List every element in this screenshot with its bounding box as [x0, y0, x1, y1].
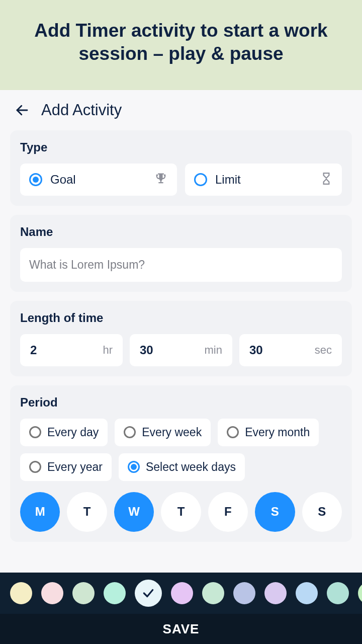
- type-option-limit[interactable]: Limit: [185, 164, 342, 196]
- save-button[interactable]: SAVE: [0, 614, 362, 644]
- weekday-thursday[interactable]: T: [161, 492, 201, 532]
- type-card: Type Goal Limit: [10, 130, 352, 206]
- hours-unit: hr: [103, 344, 113, 357]
- radio-goal-icon: [29, 173, 42, 186]
- minutes-input[interactable]: 30 min: [130, 334, 232, 366]
- color-swatch-3[interactable]: [104, 582, 126, 604]
- color-swatch-10[interactable]: [327, 582, 349, 604]
- weekday-wednesday[interactable]: W: [114, 492, 154, 532]
- period-year-label: Every year: [47, 460, 103, 474]
- weekday-tuesday[interactable]: T: [67, 492, 107, 532]
- color-swatch-2[interactable]: [72, 582, 95, 604]
- period-option-month[interactable]: Every month: [218, 419, 319, 446]
- period-week-label: Every week: [142, 426, 202, 439]
- minutes-unit: min: [205, 344, 222, 357]
- trophy-icon: [154, 172, 168, 188]
- color-picker: [0, 573, 362, 614]
- period-month-label: Every month: [245, 426, 310, 439]
- period-option-day[interactable]: Every day: [20, 419, 108, 446]
- promo-banner: Add Timer activity to start a work sessi…: [0, 0, 362, 90]
- period-option-select-days[interactable]: Select week days: [119, 453, 245, 481]
- seconds-input[interactable]: 30 sec: [239, 334, 342, 366]
- color-swatch-6[interactable]: [202, 582, 224, 604]
- radio-year-icon: [29, 461, 41, 473]
- period-option-week[interactable]: Every week: [115, 419, 211, 446]
- type-goal-label: Goal: [50, 173, 146, 187]
- color-swatch-4-selected[interactable]: [135, 580, 162, 607]
- name-label: Name: [20, 225, 342, 239]
- period-day-label: Every day: [47, 426, 99, 439]
- length-card: Length of time 2 hr 30 min 30 sec: [10, 301, 352, 376]
- period-option-year[interactable]: Every year: [20, 453, 112, 481]
- color-swatch-8[interactable]: [264, 582, 287, 604]
- name-card: Name: [10, 215, 352, 292]
- radio-select-icon: [128, 461, 140, 473]
- back-arrow-icon[interactable]: [12, 100, 32, 120]
- color-swatch-1[interactable]: [41, 582, 63, 604]
- length-label: Length of time: [20, 311, 342, 325]
- weekday-sunday[interactable]: S: [302, 492, 342, 532]
- weekday-saturday[interactable]: S: [255, 492, 295, 532]
- radio-day-icon: [29, 426, 41, 438]
- period-card: Period Every day Every week Every month …: [10, 385, 352, 542]
- period-select-label: Select week days: [146, 460, 236, 474]
- name-input[interactable]: [20, 248, 342, 282]
- color-swatch-7[interactable]: [233, 582, 255, 604]
- radio-week-icon: [124, 426, 136, 438]
- weekday-friday[interactable]: F: [208, 492, 248, 532]
- hours-value: 2: [30, 343, 37, 357]
- radio-limit-icon: [194, 173, 207, 186]
- color-swatch-9[interactable]: [296, 582, 318, 604]
- color-swatch-0[interactable]: [10, 582, 32, 604]
- radio-month-icon: [227, 426, 239, 438]
- minutes-value: 30: [140, 343, 153, 357]
- seconds-unit: sec: [315, 344, 332, 357]
- weekday-monday[interactable]: M: [20, 492, 60, 532]
- page-title: Add Activity: [41, 101, 122, 119]
- check-icon: [142, 587, 155, 600]
- color-swatch-11[interactable]: [358, 582, 362, 604]
- header: Add Activity: [0, 90, 362, 130]
- hourglass-icon: [320, 172, 333, 187]
- color-swatch-5[interactable]: [171, 582, 193, 604]
- type-option-goal[interactable]: Goal: [20, 164, 177, 196]
- hours-input[interactable]: 2 hr: [20, 334, 123, 366]
- type-limit-label: Limit: [215, 173, 312, 187]
- type-label: Type: [20, 140, 342, 154]
- seconds-value: 30: [249, 343, 263, 357]
- period-label: Period: [20, 395, 342, 410]
